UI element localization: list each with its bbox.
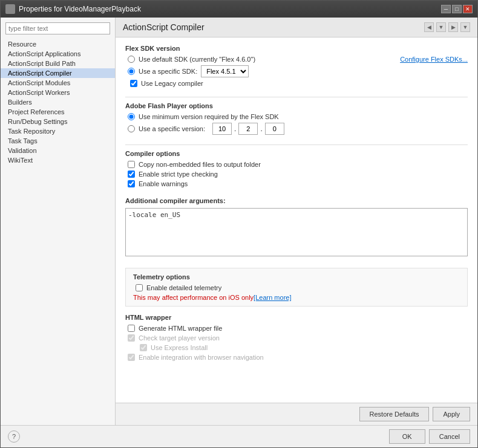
- nav-back-button[interactable]: ◀: [424, 22, 434, 32]
- copy-non-embedded-row: Copy non-embedded files to output folder: [128, 161, 468, 168]
- html-wrapper-section: HTML wrapper Generate HTML wrapper file …: [125, 314, 468, 361]
- nav-down-button[interactable]: ▼: [436, 22, 446, 32]
- sidebar: Resource ActionScript Applications Actio…: [1, 18, 116, 425]
- use-minimum-version-row: Use minimum version required by the Flex…: [128, 113, 468, 120]
- sidebar-item-actionscript-build-path[interactable]: ActionScript Build Path: [1, 59, 115, 68]
- window-title: Properties for VideoManagerPlayback: [19, 5, 141, 13]
- ok-cancel-buttons: OK Cancel: [389, 429, 470, 444]
- version-dot-1: .: [234, 125, 236, 133]
- window-icon: [5, 4, 15, 14]
- use-default-sdk-row: Use default SDK (currently "Flex 4.6.0")…: [128, 56, 468, 63]
- restore-apply-bar: Restore Defaults Apply: [116, 403, 477, 425]
- html-wrapper-label: HTML wrapper: [125, 314, 468, 321]
- use-specific-sdk-row: Use a specific SDK: Flex 4.5.1Flex 4.6.0: [128, 65, 468, 77]
- sidebar-item-builders[interactable]: Builders: [1, 97, 115, 107]
- sidebar-item-project-references[interactable]: Project References: [1, 107, 115, 117]
- sidebar-item-actionscript-applications[interactable]: ActionScript Applications: [1, 49, 115, 59]
- use-legacy-compiler-row: Use Legacy compiler: [130, 80, 468, 87]
- use-minimum-version-label: Use minimum version required by the Flex…: [139, 113, 279, 120]
- check-target-row: Check target player version: [128, 334, 468, 342]
- check-target-checkbox[interactable]: [128, 334, 135, 342]
- use-specific-version-radio[interactable]: [128, 125, 135, 132]
- enable-telemetry-checkbox[interactable]: [136, 284, 143, 291]
- panel-title: ActionScript Compiler: [123, 22, 205, 32]
- enable-integration-row: Enable integration with browser navigati…: [128, 354, 468, 361]
- check-target-label: Check target player version: [139, 334, 220, 342]
- bottom-bar: ? OK Cancel: [1, 425, 477, 447]
- apply-button[interactable]: Apply: [433, 407, 470, 421]
- nav-arrows: ◀ ▼ ▶ ▼: [424, 22, 470, 32]
- search-input[interactable]: [5, 22, 110, 34]
- compiler-options-label: Compiler options: [125, 150, 468, 157]
- configure-flex-sdks-link[interactable]: Configure Flex SDKs...: [400, 56, 468, 63]
- main-window: Properties for VideoManagerPlayback ─ □ …: [0, 0, 478, 448]
- title-bar-left: Properties for VideoManagerPlayback: [5, 4, 141, 14]
- use-default-sdk-radio[interactable]: [128, 56, 135, 63]
- flex-sdk-label: Flex SDK version: [125, 45, 468, 52]
- enable-telemetry-label: Enable detailed telemetry: [146, 284, 221, 291]
- enable-warnings-checkbox[interactable]: [128, 180, 135, 187]
- use-default-sdk-label: Use default SDK (currently "Flex 4.6.0"): [139, 56, 255, 63]
- ok-button[interactable]: OK: [389, 429, 425, 444]
- use-express-install-row: Use Express Install: [140, 344, 468, 351]
- title-bar: Properties for VideoManagerPlayback ─ □ …: [1, 1, 477, 18]
- flash-player-section: Adobe Flash Player options Use minimum v…: [125, 102, 468, 135]
- close-button[interactable]: ✕: [463, 5, 473, 13]
- version-patch-input[interactable]: 0: [265, 123, 284, 135]
- generate-html-row: Generate HTML wrapper file: [128, 325, 468, 332]
- telemetry-label: Telemetry options: [133, 273, 460, 281]
- enable-strict-row: Enable strict type checking: [128, 170, 468, 178]
- sidebar-item-resource[interactable]: Resource: [1, 39, 115, 49]
- cancel-button[interactable]: Cancel: [429, 429, 470, 444]
- enable-strict-label: Enable strict type checking: [139, 170, 218, 178]
- learn-more-link[interactable]: [Learn more]: [254, 294, 291, 301]
- version-major-input[interactable]: 10: [212, 123, 232, 135]
- flash-player-radio-group: Use minimum version required by the Flex…: [128, 113, 468, 135]
- telemetry-section: Telemetry options Enable detailed teleme…: [125, 268, 468, 307]
- enable-warnings-row: Enable warnings: [128, 180, 468, 187]
- use-express-install-checkbox[interactable]: [140, 344, 147, 351]
- additional-compiler-args-section: Additional compiler arguments: -locale e…: [125, 197, 468, 258]
- enable-strict-checkbox[interactable]: [128, 170, 135, 178]
- flash-player-label: Adobe Flash Player options: [125, 102, 468, 109]
- sidebar-item-actionscript-compiler[interactable]: ActionScript Compiler: [1, 68, 115, 78]
- version-dot-2: .: [260, 125, 262, 133]
- enable-integration-label: Enable integration with browser navigati…: [139, 354, 264, 361]
- compiler-options-section: Compiler options Copy non-embedded files…: [125, 150, 468, 187]
- additional-args-textarea[interactable]: -locale en_US: [125, 208, 468, 256]
- copy-non-embedded-checkbox[interactable]: [128, 161, 135, 168]
- nav-forward-button[interactable]: ▶: [448, 22, 458, 32]
- content-panel: ActionScript Compiler ◀ ▼ ▶ ▼ Flex SDK v…: [116, 18, 477, 425]
- version-minor-input[interactable]: 2: [238, 123, 258, 135]
- telemetry-note: This may affect performance on iOS only[…: [133, 294, 460, 301]
- use-specific-version-label: Use a specific version:: [139, 125, 205, 132]
- sidebar-item-actionscript-workers[interactable]: ActionScript Workers: [1, 88, 115, 97]
- enable-telemetry-row: Enable detailed telemetry: [136, 284, 460, 291]
- sidebar-item-task-tags[interactable]: Task Tags: [1, 136, 115, 146]
- use-minimum-version-radio[interactable]: [128, 113, 135, 120]
- use-legacy-compiler-checkbox[interactable]: [130, 80, 137, 87]
- restore-defaults-button[interactable]: Restore Defaults: [359, 407, 430, 421]
- content-body: Flex SDK version Use default SDK (curren…: [116, 37, 477, 403]
- use-legacy-compiler-label: Use Legacy compiler: [141, 80, 203, 87]
- content-header: ActionScript Compiler ◀ ▼ ▶ ▼: [116, 18, 477, 37]
- sidebar-item-validation[interactable]: Validation: [1, 146, 115, 155]
- sidebar-item-task-repository[interactable]: Task Repository: [1, 126, 115, 136]
- use-express-install-label: Use Express Install: [151, 344, 208, 351]
- sidebar-item-run-debug-settings[interactable]: Run/Debug Settings: [1, 117, 115, 126]
- minimize-button[interactable]: ─: [441, 5, 451, 13]
- maximize-button[interactable]: □: [452, 5, 462, 13]
- sdk-dropdown[interactable]: Flex 4.5.1Flex 4.6.0: [201, 65, 249, 77]
- enable-integration-checkbox[interactable]: [128, 354, 135, 361]
- generate-html-checkbox[interactable]: [128, 325, 135, 332]
- main-content: Resource ActionScript Applications Actio…: [1, 18, 477, 425]
- help-button[interactable]: ?: [8, 430, 20, 443]
- nav-up-button[interactable]: ▼: [460, 22, 470, 32]
- use-specific-sdk-radio[interactable]: [128, 68, 135, 75]
- sidebar-item-actionscript-modules[interactable]: ActionScript Modules: [1, 78, 115, 88]
- use-specific-version-row: Use a specific version: 10 . 2 . 0: [128, 123, 468, 135]
- use-specific-sdk-label: Use a specific SDK:: [139, 68, 197, 75]
- sidebar-item-wikitext[interactable]: WikiText: [1, 155, 115, 165]
- copy-non-embedded-label: Copy non-embedded files to output folder: [139, 161, 261, 168]
- title-bar-buttons: ─ □ ✕: [441, 5, 473, 13]
